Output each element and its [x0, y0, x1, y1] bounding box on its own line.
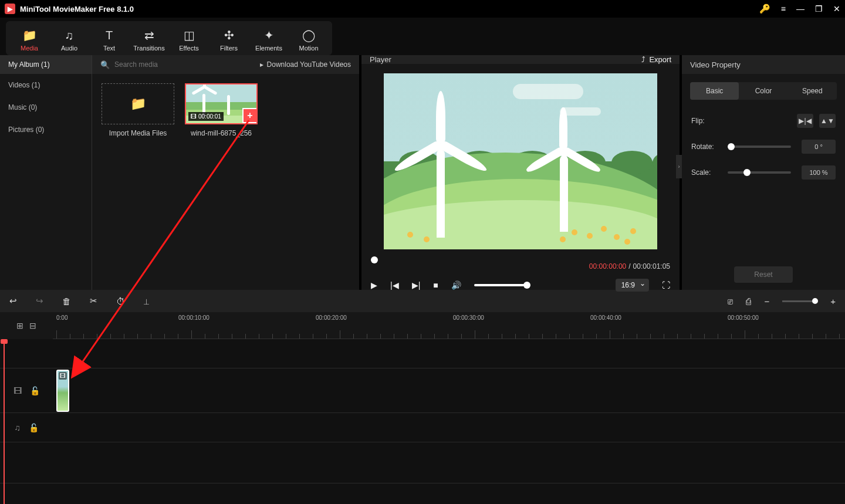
- fullscreen-button[interactable]: ⛶: [662, 280, 670, 290]
- play-button[interactable]: ▶: [371, 280, 377, 290]
- zoom-out-button[interactable]: −: [764, 296, 769, 306]
- zoom-slider[interactable]: [782, 300, 817, 302]
- ruler-tick-0: 0:00: [56, 314, 67, 321]
- rotate-label: Rotate:: [691, 143, 722, 151]
- ruler-tick: 00:00:50:00: [728, 314, 759, 321]
- timeline-add-icon[interactable]: ⊞: [16, 321, 23, 330]
- rotate-slider[interactable]: [728, 146, 791, 148]
- crop-button[interactable]: ⟂: [144, 296, 149, 306]
- media-clip-label: wind-mill-6875_256: [185, 129, 258, 137]
- timeline-collapse-icon[interactable]: ⊟: [29, 321, 36, 330]
- timeline-ruler[interactable]: 0:00 00:00:10:0000:00:20:0000:00:30:0000…: [53, 312, 845, 339]
- property-title: Video Property: [682, 55, 845, 74]
- track-header-toggle: ⊞ ⊟: [0, 312, 53, 339]
- category-tab-filters[interactable]: ✣Filters: [210, 25, 248, 55]
- video-track[interactable]: 🎞 🔓 🎞: [0, 368, 845, 413]
- collapse-property-button[interactable]: ›: [676, 155, 682, 178]
- motion-icon: ◯: [302, 28, 315, 42]
- property-tab-basic[interactable]: Basic: [690, 82, 739, 100]
- app-title: MiniTool MovieMaker Free 8.1.0: [20, 5, 759, 13]
- property-tab-speed[interactable]: Speed: [788, 82, 837, 100]
- next-frame-button[interactable]: ▶|: [412, 280, 421, 290]
- category-tab-audio[interactable]: ♫Audio: [50, 25, 88, 55]
- video-preview[interactable]: [361, 64, 680, 259]
- app-logo: ▶: [5, 4, 15, 14]
- import-media-tile[interactable]: 📁 Import Media Files: [102, 83, 174, 137]
- timeline-clip[interactable]: 🎞: [56, 370, 69, 412]
- sidebar-item[interactable]: Videos (1): [0, 74, 92, 96]
- property-tab-color[interactable]: Color: [739, 82, 787, 100]
- add-to-timeline-button[interactable]: +: [242, 108, 258, 123]
- category-tab-label: Media: [21, 45, 38, 52]
- flip-horizontal-button[interactable]: ▶|◀: [797, 114, 813, 128]
- split-button[interactable]: ✂: [90, 296, 97, 306]
- stop-button[interactable]: ■: [433, 280, 438, 290]
- playhead[interactable]: [4, 339, 5, 504]
- category-tab-media[interactable]: 📁Media: [11, 25, 48, 55]
- sidebar-item[interactable]: Music (0): [0, 96, 92, 119]
- category-tab-motion[interactable]: ◯Motion: [290, 25, 327, 55]
- time-total: 00:00:01:05: [633, 262, 670, 270]
- clip-duration-badge: 🎞00:00:01: [188, 112, 224, 121]
- rotate-value[interactable]: 0 °: [802, 140, 836, 154]
- film-icon: 🎞: [191, 113, 197, 120]
- download-youtube-label: Download YouTube Videos: [267, 60, 351, 69]
- property-panel: › Video Property BasicColorSpeed Flip: ▶…: [680, 55, 845, 290]
- youtube-icon: ▸: [260, 60, 263, 69]
- elements-icon: ✦: [264, 28, 274, 42]
- search-input[interactable]: [114, 60, 255, 69]
- redo-button[interactable]: ↪: [36, 296, 43, 306]
- video-track-lock-icon[interactable]: 🔓: [30, 386, 40, 395]
- flip-vertical-button[interactable]: ▲▼: [819, 114, 836, 128]
- sidebar-header[interactable]: My Album (1): [0, 55, 92, 74]
- prev-frame-button[interactable]: |◀: [390, 280, 399, 290]
- undo-button[interactable]: ↩: [9, 296, 17, 306]
- scale-value[interactable]: 100 %: [802, 165, 836, 180]
- delete-button[interactable]: 🗑: [62, 296, 71, 306]
- download-youtube-link[interactable]: ▸ Download YouTube Videos: [260, 60, 351, 69]
- category-tab-effects[interactable]: ◫Effects: [170, 25, 208, 55]
- speed-button[interactable]: ⏱: [116, 296, 125, 306]
- reset-button[interactable]: Reset: [734, 266, 793, 283]
- media-clip-thumbnail[interactable]: 🎞00:00:01 +: [185, 83, 258, 124]
- category-tab-transitions[interactable]: ⇄Transitions: [130, 25, 168, 55]
- upgrade-key-icon[interactable]: 🔑: [759, 4, 770, 14]
- category-tab-label: Filters: [220, 45, 238, 52]
- ruler-tick: 00:00:40:00: [590, 314, 621, 321]
- scale-slider[interactable]: [728, 171, 791, 174]
- minimize-icon[interactable]: —: [796, 4, 805, 13]
- volume-icon[interactable]: 🔊: [451, 280, 461, 290]
- audio-icon: ♫: [65, 29, 74, 42]
- export-button[interactable]: ⤴ Export: [641, 55, 671, 64]
- category-tab-text[interactable]: TText: [90, 25, 128, 55]
- aspect-ratio-select[interactable]: 16:9: [616, 279, 649, 292]
- volume-slider[interactable]: [474, 284, 527, 286]
- category-tab-label: Text: [103, 45, 115, 52]
- flip-label: Flip:: [691, 117, 722, 125]
- zoom-marker-button[interactable]: ⎙: [746, 296, 751, 306]
- ruler-tick: 00:00:30:00: [453, 314, 484, 321]
- maximize-icon[interactable]: ❐: [815, 4, 823, 13]
- text-icon: T: [106, 29, 113, 42]
- close-icon[interactable]: ✕: [833, 4, 840, 13]
- category-tab-label: Transitions: [133, 45, 164, 52]
- scale-label: Scale:: [691, 168, 722, 177]
- time-current: 00:00:00:00: [589, 262, 626, 270]
- media-clip-tile[interactable]: 🎞00:00:01 + wind-mill-6875_256: [185, 83, 258, 137]
- audio-track[interactable]: ♫ 🔓: [0, 413, 845, 442]
- category-tab-label: Motion: [299, 45, 318, 52]
- media-sidebar: My Album (1) Videos (1)Music (0)Pictures…: [0, 55, 92, 290]
- export-icon: ⤴: [641, 55, 645, 64]
- audio-track-lock-icon[interactable]: 🔓: [29, 423, 39, 432]
- zoom-in-button[interactable]: +: [830, 296, 836, 306]
- effects-icon: ◫: [184, 28, 195, 42]
- folder-icon: 📁: [130, 96, 146, 111]
- clip-video-icon: 🎞: [59, 372, 67, 380]
- sidebar-item[interactable]: Pictures (0): [0, 119, 92, 141]
- category-tab-elements[interactable]: ✦Elements: [250, 25, 288, 55]
- timeline-tracks: 🎞 🔓 🎞 ♫ 🔓: [0, 339, 845, 504]
- menu-icon[interactable]: ≡: [781, 4, 786, 13]
- filters-icon: ✣: [224, 28, 234, 42]
- zoom-fit-button[interactable]: ⎚: [728, 296, 733, 306]
- player-time: 00:00:00:00 / 00:00:01:05: [361, 259, 680, 274]
